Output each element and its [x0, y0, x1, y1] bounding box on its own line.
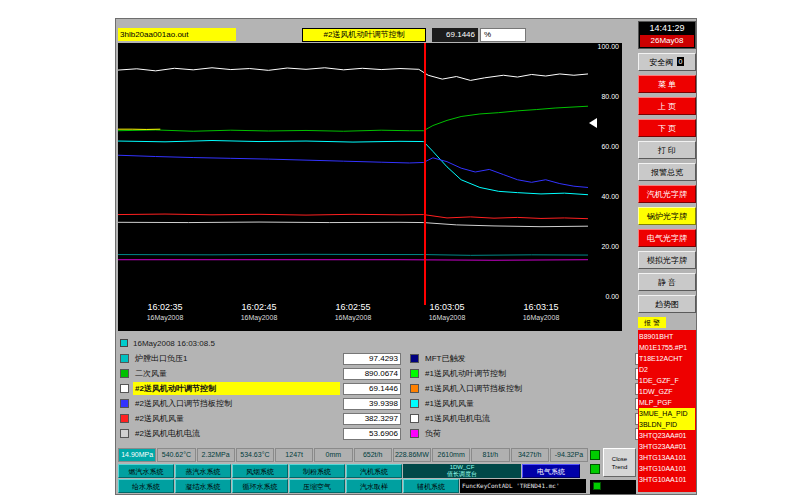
system-nav-button[interactable]: 燃汽水系统	[118, 464, 174, 478]
nav-row-2: 给水系统 凝结水系统 循环水系统 压缩空气 汽水取样 辅机系统 FuncKeyC…	[118, 479, 586, 493]
y-axis-scale: 100.0080.0060.0040.0020.000.00	[588, 43, 622, 331]
alarm-tag-item[interactable]: D2	[639, 364, 695, 375]
trend-line-blue	[118, 155, 588, 187]
alarm-tag-item[interactable]: 1DW_GZF	[639, 386, 695, 397]
system-nav-button[interactable]: 汽水取样	[346, 479, 402, 493]
system-nav-button[interactable]: 给水系统	[118, 479, 174, 493]
status-bar: 14.90MPa 540.62°C 2.32MPa 534.63°C 1247t…	[118, 448, 588, 462]
sidebar-button[interactable]: 上 页	[638, 97, 696, 115]
legend-row[interactable]: #2送风机电机电流 53.6906	[118, 426, 404, 441]
sidebar-button[interactable]: 汽机光字牌	[638, 185, 696, 203]
pen-label: #1送风机动叶调节控制	[423, 367, 632, 380]
trend-chart[interactable]: 16:02:35 16May2008 16:02:45 16May2008 16…	[118, 43, 588, 331]
alarm-tag-item[interactable]: 3HTG10AA101	[639, 463, 695, 474]
time-axis: 16:02:35 16May2008 16:02:45 16May2008 16…	[118, 301, 588, 331]
sidebar-button[interactable]: 趋势图	[638, 295, 696, 313]
system-nav-button[interactable]: 汽机系统	[346, 464, 402, 478]
pen-color-marker-icon	[120, 399, 129, 408]
sidebar-button[interactable]: 菜 单	[638, 75, 696, 93]
legend-row[interactable]: #2送风机动叶调节控制 69.1446	[118, 381, 404, 396]
right-sidebar: 14:41:29 26May08 安全阀0 菜 单 上 页 下 页	[638, 21, 696, 494]
alarm-tag-item[interactable]: B8901BHT	[639, 331, 695, 342]
alarm-tag-item[interactable]: MLP_PGF	[639, 397, 695, 408]
trend-plot	[118, 43, 588, 301]
time-text: 16:02:55	[335, 301, 372, 313]
status-value: 228.86MW	[393, 448, 431, 462]
station-info-panel: 1DW_CF 值长调度台	[403, 464, 521, 478]
sidebar-button[interactable]: 下 页	[638, 119, 696, 137]
date-text: 16May2008	[429, 313, 466, 322]
alarm-tag-item[interactable]: T18E12ACHT	[639, 353, 695, 364]
pen-value: 39.9398	[343, 398, 401, 410]
status-value: 2.32MPa	[197, 448, 235, 462]
sidebar-button-label: 电气光字牌	[647, 234, 687, 243]
legend-row[interactable]: #2送风机入口调节挡板控制 39.9398	[118, 396, 404, 411]
sidebar-button[interactable]: 锅炉光字牌	[638, 207, 696, 225]
system-nav-button-extra[interactable]: 电气系统	[522, 464, 580, 478]
sidebar-button[interactable]: 打 印	[638, 141, 696, 159]
status-value: 534.63°C	[236, 448, 274, 462]
pen-label: #2送风机动叶调节控制	[133, 382, 340, 395]
legend-row[interactable]: #2送风机风量 382.3297	[118, 411, 404, 426]
close-trend-button[interactable]: Close Trend	[603, 448, 636, 477]
pen-color-marker-icon	[120, 354, 129, 363]
sidebar-button-label: 静 音	[658, 278, 676, 287]
sidebar-button[interactable]: 模拟光字牌	[638, 251, 696, 269]
station-desc: 值长调度台	[403, 471, 521, 478]
time-axis-label: 16:02:55 16May2008	[335, 301, 372, 322]
alarm-tag-item[interactable]: 3HTG13AA101	[639, 452, 695, 463]
sidebar-button-label: 下 页	[658, 124, 676, 133]
system-nav-button[interactable]: 制粉系统	[289, 464, 345, 478]
nav-row-1: 燃汽水系统 蒸汽水系统 风烟系统 制粉系统 汽机系统 1DW_CF 值长调度台 …	[118, 464, 580, 478]
alarm-tag-item[interactable]: M01E1755.#P1	[639, 342, 695, 353]
badge-counter: 0	[677, 57, 685, 66]
trend-line-red	[118, 214, 588, 219]
date-text: 16May2008	[335, 313, 372, 322]
alarm-tag-item[interactable]: 3HTG10AA101	[639, 474, 695, 485]
time-axis-label: 16:02:35 16May2008	[147, 301, 184, 322]
pen-color-marker-icon	[120, 369, 129, 378]
pen-label: MFT已触发	[423, 352, 632, 365]
system-nav-button[interactable]: 辅机系统	[403, 479, 459, 493]
clock-date: 26May08	[640, 35, 694, 47]
pen-label: 炉膛出口负压1	[133, 352, 340, 365]
alarm-tag-item[interactable]: 3HTQ23AA#01	[639, 430, 695, 441]
sidebar-button[interactable]: 安全阀0	[638, 53, 696, 71]
sidebar-button[interactable]: 静 音	[638, 273, 696, 291]
sidebar-button-label: 打 印	[658, 146, 676, 155]
legend-row[interactable]: 二次风量 890.0674	[118, 366, 404, 381]
status-value: 540.62°C	[157, 448, 195, 462]
pen-label: #2送风机入口调节挡板控制	[133, 397, 340, 410]
pen-color-marker-icon	[120, 429, 129, 438]
station-id: 1DW_CF	[403, 464, 521, 471]
clock-time: 14:41:29	[639, 22, 695, 35]
system-nav-button[interactable]: 凝结水系统	[175, 479, 231, 493]
time-text: 16:03:05	[429, 301, 466, 313]
green-indicator-icon	[590, 464, 600, 474]
alarm-tag-list: B8901BHT M01E1755.#P1 T18E12ACHT D2 1DE_…	[638, 330, 696, 492]
sidebar-button-label: 报警总览	[651, 168, 683, 177]
system-nav-button[interactable]: 蒸汽水系统	[175, 464, 231, 478]
y-axis-label: 0.00	[598, 293, 619, 301]
pen-label: #1送风机风量	[423, 397, 632, 410]
alarm-tag-item[interactable]: 3BLDN_PID	[639, 419, 695, 430]
alarm-tag-item[interactable]: 3MUE_HA_PID	[639, 408, 695, 419]
chart-cursor[interactable]	[424, 43, 426, 305]
sidebar-button[interactable]: 电气光字牌	[638, 229, 696, 247]
y-axis-label: 40.00	[598, 193, 619, 201]
system-nav-button[interactable]: 风烟系统	[232, 464, 288, 478]
status-value: 81t/h	[471, 448, 509, 462]
date-text: 16May2008	[523, 313, 560, 322]
alarm-tag-item[interactable]: 1DE_GZF_F	[639, 375, 695, 386]
status-value: 0mm	[314, 448, 352, 462]
clock-panel: 14:41:29 26May08	[638, 21, 696, 49]
alarm-tag-item[interactable]: 3HTG23AA#01	[639, 441, 695, 452]
y-axis-label: 60.00	[598, 143, 619, 151]
system-nav-button[interactable]: 循环水系统	[232, 479, 288, 493]
sidebar-button-label: 趋势图	[655, 300, 679, 309]
sidebar-button-label: 模拟光字牌	[647, 256, 687, 265]
legend-row[interactable]: 炉膛出口负压1 97.4293	[118, 351, 404, 366]
system-nav-button[interactable]: 压缩空气	[289, 479, 345, 493]
sidebar-button[interactable]: 报警总览	[638, 163, 696, 181]
status-value: 14.90MPa	[118, 448, 156, 462]
